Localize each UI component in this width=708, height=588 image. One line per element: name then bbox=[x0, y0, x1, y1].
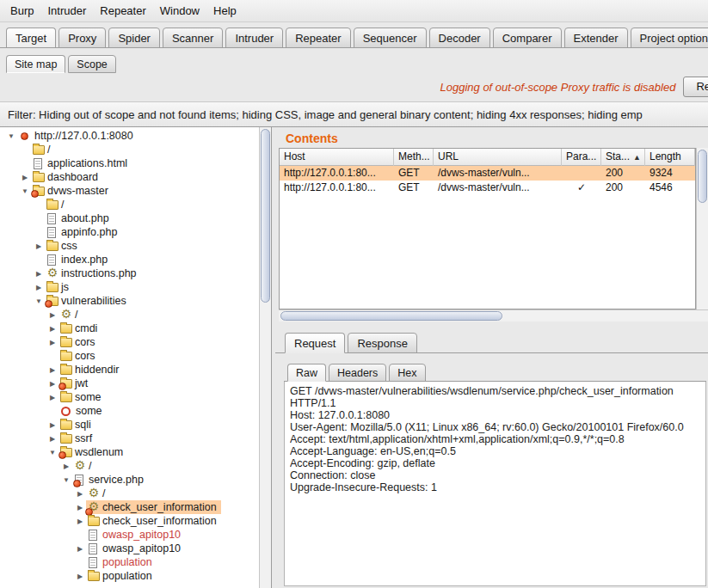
site-map-scroll-thumb[interactable] bbox=[261, 129, 270, 303]
file-icon bbox=[75, 475, 83, 486]
subtab-site-map[interactable]: Site map bbox=[6, 55, 65, 73]
tab-sequencer[interactable]: Sequencer bbox=[354, 28, 427, 48]
tree-node-cors[interactable]: cors bbox=[0, 349, 259, 363]
tree-node-cors[interactable]: ▶cors bbox=[0, 335, 259, 349]
tab-scanner[interactable]: Scanner bbox=[163, 28, 223, 48]
tree-node-owasp-apitop10[interactable]: ▶owasp_apitop10 bbox=[0, 542, 259, 555]
tree-node-wsdlenum[interactable]: ▼wsdlenum bbox=[0, 445, 259, 459]
re-enable-button[interactable]: Re bbox=[683, 77, 708, 97]
tree-node-owasp-apitop10[interactable]: owasp_apitop10 bbox=[0, 528, 259, 542]
view-tab-raw[interactable]: Raw bbox=[287, 364, 326, 382]
menu-help[interactable]: Help bbox=[206, 2, 243, 21]
tree-node-instructions-php[interactable]: ▶instructions.php bbox=[0, 266, 259, 280]
tree-node-check-user-information[interactable]: ▶check_user_information bbox=[0, 514, 259, 528]
expand-arrow-icon[interactable]: ▶ bbox=[46, 325, 58, 333]
tree-node-some[interactable]: some bbox=[0, 404, 259, 418]
tab-comparer[interactable]: Comparer bbox=[493, 28, 562, 48]
column-header-host[interactable]: Host bbox=[280, 149, 394, 166]
expand-arrow-icon[interactable]: ▶ bbox=[46, 366, 58, 374]
tree-node-service-php[interactable]: ▼service.php bbox=[0, 473, 259, 487]
contents-horizontal-scrollbar[interactable] bbox=[279, 309, 708, 322]
tree-node-[interactable]: / bbox=[0, 143, 259, 156]
expand-arrow-icon[interactable]: ▶ bbox=[74, 518, 86, 525]
table-row[interactable]: http://127.0.0.1:80...GET/dvws-master/vu… bbox=[280, 166, 695, 181]
column-header-url[interactable]: URL bbox=[434, 149, 562, 166]
tab-project-options[interactable]: Project options bbox=[631, 28, 708, 48]
contents-vertical-scrollbar[interactable] bbox=[696, 148, 708, 309]
editor-tab-response[interactable]: Response bbox=[348, 333, 417, 353]
tree-node-[interactable]: ▶/ bbox=[0, 487, 259, 500]
tree-node-http-127-0-0-1-8080[interactable]: ▼http://127.0.0.1:8080 bbox=[0, 129, 259, 143]
tree-node-some[interactable]: ▶some bbox=[0, 390, 259, 404]
expand-arrow-icon[interactable]: ▶ bbox=[19, 174, 31, 181]
editor-tab-request[interactable]: Request bbox=[285, 333, 345, 353]
collapse-arrow-icon[interactable]: ▼ bbox=[19, 187, 31, 195]
tree-node-[interactable]: ▶/ bbox=[0, 308, 259, 322]
tree-node-ssrf[interactable]: ▶ssrf bbox=[0, 432, 259, 445]
tree-node-index-php[interactable]: index.php bbox=[0, 253, 259, 266]
tree-node-population[interactable]: ▶population bbox=[0, 569, 259, 583]
tree-node-dvws-master[interactable]: ▼dvws-master bbox=[0, 184, 259, 198]
raw-request-text[interactable]: GET /dvws-master/vulnerabilities/wsdlenu… bbox=[284, 382, 706, 586]
contents-hscroll-thumb[interactable] bbox=[280, 311, 502, 321]
tree-node-[interactable]: / bbox=[0, 198, 259, 211]
expand-arrow-icon[interactable]: ▶ bbox=[46, 311, 58, 319]
editor-inner: RawHeadersHex GET /dvws-master/vulnerabi… bbox=[275, 353, 708, 588]
tree-node-vulnerabilities[interactable]: ▼vulnerabilities bbox=[0, 294, 259, 308]
expand-arrow-icon[interactable]: ▶ bbox=[46, 394, 58, 401]
tree-node-cmdi[interactable]: ▶cmdi bbox=[0, 322, 259, 335]
expand-arrow-icon[interactable]: ▶ bbox=[33, 270, 45, 278]
expand-arrow-icon[interactable]: ▶ bbox=[33, 242, 45, 250]
tab-intruder[interactable]: Intruder bbox=[225, 28, 283, 48]
cell-url: /dvws-master/vuln... bbox=[434, 166, 562, 181]
view-tab-headers[interactable]: Headers bbox=[329, 364, 386, 382]
menu-repeater[interactable]: Repeater bbox=[93, 2, 152, 21]
column-header-meth[interactable]: Meth... bbox=[394, 149, 434, 166]
contents-vscroll-thumb[interactable] bbox=[698, 150, 707, 203]
menu-window[interactable]: Window bbox=[153, 2, 206, 21]
expand-arrow-icon[interactable]: ▶ bbox=[74, 504, 86, 511]
collapse-arrow-icon[interactable]: ▼ bbox=[60, 476, 72, 484]
tree-node-population[interactable]: population bbox=[0, 555, 259, 569]
tab-target[interactable]: Target bbox=[6, 28, 56, 48]
collapse-arrow-icon[interactable]: ▼ bbox=[5, 132, 17, 140]
tab-proxy[interactable]: Proxy bbox=[58, 28, 106, 48]
menu-intruder[interactable]: Intruder bbox=[40, 2, 93, 21]
menu-burp[interactable]: Burp bbox=[3, 2, 40, 21]
horizontal-splitter[interactable] bbox=[275, 322, 708, 328]
tree-node-dashboard[interactable]: ▶dashboard bbox=[0, 170, 259, 184]
expand-arrow-icon[interactable]: ▶ bbox=[74, 490, 86, 498]
filter-bar[interactable]: Filter: Hiding out of scope and not foun… bbox=[0, 101, 708, 127]
table-row[interactable]: http://127.0.0.1:80...GET/dvws-master/vu… bbox=[280, 181, 695, 195]
tab-decoder[interactable]: Decoder bbox=[429, 28, 490, 48]
tree-node-sqli[interactable]: ▶sqli bbox=[0, 418, 259, 432]
view-tab-hex[interactable]: Hex bbox=[389, 364, 425, 382]
expand-arrow-icon[interactable]: ▶ bbox=[60, 462, 72, 470]
tree-node-[interactable]: ▶/ bbox=[0, 459, 259, 473]
expand-arrow-icon[interactable]: ▶ bbox=[46, 339, 58, 346]
expand-arrow-icon[interactable]: ▶ bbox=[33, 284, 45, 291]
tree-node-jwt[interactable]: ▶jwt bbox=[0, 377, 259, 390]
tab-repeater[interactable]: Repeater bbox=[286, 28, 350, 48]
column-header-sta[interactable]: Sta...▲ bbox=[601, 149, 645, 166]
expand-arrow-icon[interactable]: ▶ bbox=[74, 573, 86, 580]
tree-node-about-php[interactable]: about.php bbox=[0, 211, 259, 225]
expand-arrow-icon[interactable]: ▶ bbox=[46, 435, 58, 443]
collapse-arrow-icon[interactable]: ▼ bbox=[33, 297, 45, 305]
site-map-vertical-scrollbar[interactable] bbox=[259, 127, 271, 588]
expand-arrow-icon[interactable]: ▶ bbox=[46, 380, 58, 388]
column-header-para[interactable]: Para... bbox=[562, 149, 601, 166]
subtab-scope[interactable]: Scope bbox=[68, 55, 115, 73]
column-header-length[interactable]: Length bbox=[645, 149, 695, 166]
collapse-arrow-icon[interactable]: ▼ bbox=[46, 449, 58, 456]
tree-node-css[interactable]: ▶css bbox=[0, 239, 259, 253]
tab-spider[interactable]: Spider bbox=[108, 28, 160, 48]
expand-arrow-icon[interactable]: ▶ bbox=[74, 545, 86, 553]
tree-node-check-user-information[interactable]: ▶check_user_information bbox=[0, 500, 259, 514]
tab-extender[interactable]: Extender bbox=[564, 28, 628, 48]
expand-arrow-icon[interactable]: ▶ bbox=[46, 421, 58, 429]
tree-node-applications-html[interactable]: applications.html bbox=[0, 156, 259, 170]
tree-node-hiddendir[interactable]: ▶hiddendir bbox=[0, 363, 259, 377]
tree-node-appinfo-php[interactable]: appinfo.php bbox=[0, 225, 259, 239]
tree-node-js[interactable]: ▶js bbox=[0, 280, 259, 294]
